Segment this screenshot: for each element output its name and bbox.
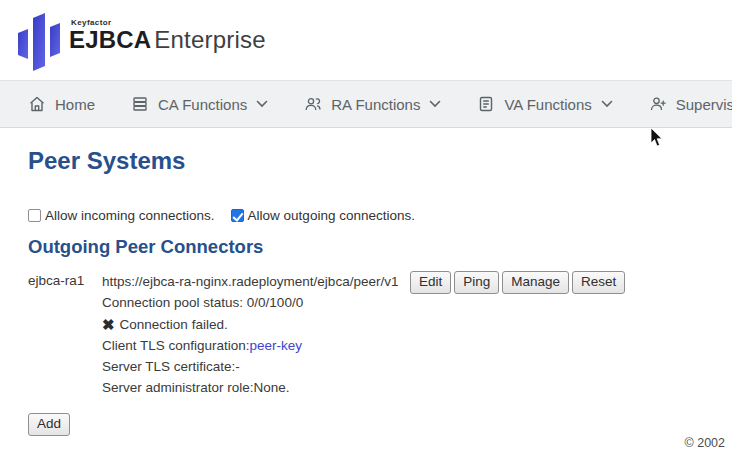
product-edition: Enterprise — [154, 26, 265, 53]
person-add-icon — [649, 95, 667, 113]
connection-failed-x-icon: ✖ — [102, 314, 115, 335]
connector-details: https://ejbca-ra-nginx.radeployment/ejbc… — [102, 271, 404, 399]
connection-settings-row: Allow incoming connections. Allow outgoi… — [28, 208, 732, 223]
client-tls-label: Client TLS configuration: — [102, 338, 250, 353]
chevron-down-icon — [429, 100, 441, 108]
main-nav: Home CA Functions RA Functions — [0, 80, 732, 128]
nav-label: CA Functions — [158, 96, 247, 113]
manage-button[interactable]: Manage — [502, 271, 569, 294]
connector-name: ejbca-ra1 — [28, 271, 102, 288]
brand-text: Keyfactor EJBCAEnterprise — [69, 12, 266, 53]
allow-outgoing-group: Allow outgoing connections. — [231, 208, 415, 223]
nav-item-home[interactable]: Home — [28, 95, 95, 113]
edit-button[interactable]: Edit — [410, 271, 451, 294]
allow-incoming-group: Allow incoming connections. — [28, 208, 215, 223]
reset-button[interactable]: Reset — [572, 271, 625, 294]
allow-outgoing-checkbox[interactable] — [231, 209, 244, 222]
page-content: Peer Systems Allow incoming connections.… — [0, 147, 732, 436]
nav-item-ra-functions[interactable]: RA Functions — [304, 95, 441, 113]
nav-item-supervision-functions[interactable]: Supervision Function — [649, 95, 732, 113]
server-tls-line: Server TLS certificate:- — [102, 356, 404, 377]
connector-url: https://ejbca-ra-nginx.radeployment/ejbc… — [102, 271, 404, 292]
connector-actions: Edit Ping Manage Reset — [410, 271, 628, 294]
product-name: EJBCA — [69, 26, 151, 53]
app-header: Keyfactor EJBCAEnterprise — [0, 0, 732, 80]
nav-label: RA Functions — [331, 96, 420, 113]
home-icon — [28, 95, 46, 113]
outgoing-peer-connectors-heading: Outgoing Peer Connectors — [28, 236, 732, 258]
peer-key-link[interactable]: peer-key — [250, 338, 303, 353]
client-tls-line: Client TLS configuration:peer-key — [102, 335, 404, 356]
allow-incoming-label: Allow incoming connections. — [45, 208, 215, 223]
ping-button[interactable]: Ping — [454, 271, 499, 294]
nav-item-ca-functions[interactable]: CA Functions — [131, 95, 268, 113]
nav-label: Supervision Function — [676, 96, 732, 113]
allow-incoming-checkbox[interactable] — [28, 209, 41, 222]
keyfactor-logo-icon — [16, 12, 62, 72]
allow-outgoing-label: Allow outgoing connections. — [248, 208, 415, 223]
chevron-down-icon — [601, 100, 613, 108]
page-title: Peer Systems — [28, 147, 732, 175]
document-icon — [477, 95, 495, 113]
people-icon — [304, 95, 322, 113]
add-button[interactable]: Add — [28, 413, 70, 436]
connection-status-line: ✖ Connection failed. — [102, 314, 404, 335]
connection-pool-status: Connection pool status: 0/0/100/0 — [102, 292, 404, 313]
server-admin-role-line: Server administrator role:None. — [102, 377, 404, 398]
nav-label: Home — [55, 96, 95, 113]
chevron-down-icon — [256, 100, 268, 108]
nav-label: VA Functions — [504, 96, 591, 113]
peer-connector-row: ejbca-ra1 https://ejbca-ra-nginx.radeplo… — [28, 271, 732, 399]
nav-item-va-functions[interactable]: VA Functions — [477, 95, 612, 113]
copyright-text: © 2002 — [685, 436, 726, 450]
connection-status-text: Connection failed. — [120, 314, 228, 335]
server-stack-icon — [131, 95, 149, 113]
mouse-cursor — [650, 128, 664, 148]
